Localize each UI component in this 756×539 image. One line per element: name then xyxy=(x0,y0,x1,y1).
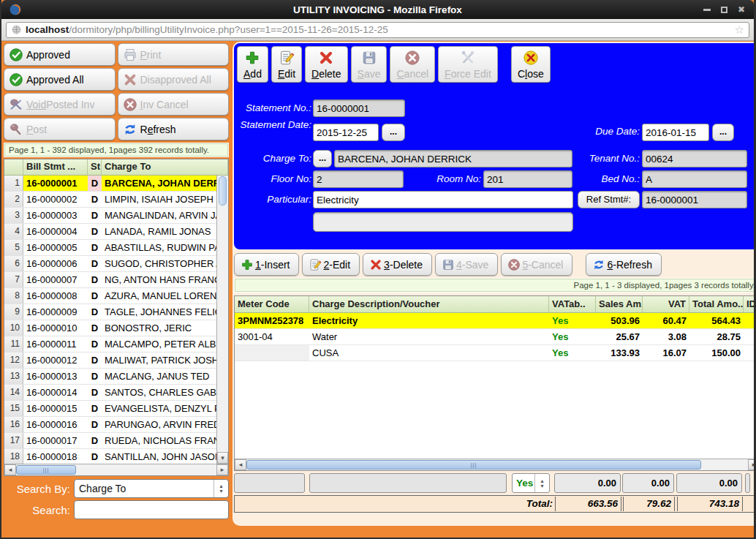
search-input[interactable] xyxy=(74,500,229,519)
invoice-form-panel: AddEditDeleteSaveCancelForce EditClose S… xyxy=(234,43,756,249)
hscroll-left-arrow[interactable]: ◂ xyxy=(4,464,16,475)
charge-row[interactable]: 3PMNM252378ElectricityYes503.9660.47564.… xyxy=(235,313,756,329)
statement-date-label: Statement Date: xyxy=(240,119,311,130)
col-vatable[interactable]: VATab.. xyxy=(549,296,596,312)
bookmark-star-icon[interactable]: ☆ xyxy=(735,23,744,37)
invoice-row[interactable]: 1416-0000014DSANTOS, CHARLES GABR xyxy=(4,385,228,401)
charge-row[interactable]: 3001-04WaterYes25.673.0828.75 xyxy=(235,329,756,345)
invoice-row[interactable]: 1316-0000013DMACLANG, JANUS TED xyxy=(4,369,228,385)
vatable-cell: Yes xyxy=(549,329,596,344)
2-edit-button[interactable]: 2-Edit xyxy=(302,253,360,276)
editor-meter-code-input[interactable] xyxy=(234,473,305,493)
6-refresh-button[interactable]: 6-Refresh xyxy=(586,253,661,276)
editor-vatable-select[interactable]: Yes ▴▾ xyxy=(512,473,550,493)
description-cell: CUSA xyxy=(309,345,549,361)
hscroll-right-arrow[interactable]: ▸ xyxy=(216,464,228,475)
4-save-button: 4-Save xyxy=(435,253,498,276)
col-status[interactable]: St xyxy=(88,159,102,175)
5-cancel-button: 5-Cancel xyxy=(501,253,572,276)
url-bar[interactable]: localhost/dormitory/php/billingUtilityIn… xyxy=(6,22,749,38)
editor-description-input[interactable] xyxy=(309,473,507,493)
row-number: 2 xyxy=(4,192,23,207)
invoice-row[interactable]: 1016-0000010DBONOSTRO, JERIC xyxy=(4,320,228,336)
invoice-row[interactable]: 816-0000008DAZURA, MANUEL LORENZ xyxy=(4,288,228,304)
row-number: 4 xyxy=(4,224,23,239)
charge-to-cell: NG, ANTON HANS FRANC xyxy=(102,272,228,287)
ref-stmt-button[interactable]: Ref Stmt#: xyxy=(578,191,640,208)
1-insert-button[interactable]: 1-Insert xyxy=(234,253,299,276)
col-charge-description[interactable]: Charge Description/Voucher xyxy=(309,296,549,312)
bill-stmt-cell: 16-0000005 xyxy=(23,240,88,255)
charge-to-cell: BONOSTRO, JERIC xyxy=(102,320,228,336)
vatable-cell: Yes xyxy=(549,313,596,328)
add-button[interactable]: Add xyxy=(237,46,268,83)
search-by-select[interactable]: Charge To ▴▾ xyxy=(74,479,229,498)
invoice-row[interactable]: 1716-0000017DRUEDA, NICHOLAS FRAN xyxy=(4,433,228,449)
col-vat[interactable]: VAT xyxy=(643,296,689,312)
row-number: 10 xyxy=(4,320,23,336)
invoice-grid-hscrollbar[interactable]: ◂ ||| ▸ xyxy=(4,464,228,475)
hscroll-right-arrow[interactable]: ▸ xyxy=(748,459,756,470)
refresh-button[interactable]: Refresh xyxy=(118,118,230,140)
bill-stmt-cell: 16-0000008 xyxy=(23,288,88,304)
editor-vat-input[interactable] xyxy=(622,473,674,493)
invoice-row[interactable]: 316-0000003DMANGALINDAN, ARVIN JA xyxy=(4,208,228,224)
col-meter-code[interactable]: Meter Code xyxy=(235,296,309,312)
row-number: 3 xyxy=(4,208,23,223)
col-charge-to[interactable]: Charge To xyxy=(102,159,228,175)
col-bill-stmt[interactable]: Bill Stmt ... xyxy=(23,159,88,175)
col-id[interactable]: ID xyxy=(744,296,756,312)
edit-button[interactable]: Edit xyxy=(271,46,302,83)
maximize-button[interactable] xyxy=(721,7,727,13)
invoice-row[interactable]: 716-0000007DNG, ANTON HANS FRANC xyxy=(4,272,228,288)
charge-editor-row: Yes ▴▾ xyxy=(234,473,756,494)
meter-code-cell: 3PMNM252378 xyxy=(235,313,309,328)
editor-total-input[interactable] xyxy=(676,473,742,493)
hscroll-thumb[interactable]: ||| xyxy=(16,465,76,475)
invoice-row[interactable]: 1216-0000012DMALIWAT, PATRICK JOSHU xyxy=(4,353,228,369)
3-delete-button[interactable]: 3-Delete xyxy=(363,253,432,276)
particular-field[interactable] xyxy=(313,191,573,208)
vscroll-thumb[interactable] xyxy=(219,176,227,206)
close-window-button[interactable]: ✖ xyxy=(738,5,745,14)
editor-sales-amount-input[interactable] xyxy=(554,473,621,493)
charge-to-lookup-button[interactable]: ... xyxy=(313,150,332,167)
url-path: /dormitory/php/billingUtilityInvoice.php… xyxy=(69,24,388,35)
col-sales-amount[interactable]: Sales Am... xyxy=(596,296,643,312)
approved-button[interactable]: Approved xyxy=(4,43,116,66)
invoice-row[interactable]: 1116-0000011DMALCAMPO, PETER ALBE xyxy=(4,336,228,353)
due-date-field[interactable] xyxy=(642,124,709,141)
approved-all-button[interactable]: Approved All xyxy=(4,68,116,91)
charge-to-cell: MALIWAT, PATRICK JOSHU xyxy=(102,353,228,368)
hscroll-thumb[interactable]: ||| xyxy=(246,460,701,470)
due-date-picker-button[interactable]: ... xyxy=(712,124,734,141)
charge-row[interactable]: CUSAYes133.9316.07150.00 xyxy=(235,345,756,361)
invoice-row[interactable]: 916-0000009DTAGLE, JOHANNES FELICI xyxy=(4,304,228,320)
row-number: 7 xyxy=(4,272,23,287)
invoice-row[interactable]: 516-0000005DABASTILLAS, RUDWIN PAU xyxy=(4,240,228,256)
minimize-button[interactable] xyxy=(703,9,711,11)
charge-to-cell: ABASTILLAS, RUDWIN PAU xyxy=(102,240,228,255)
firefox-window: UTILITY INVOICING - Mozilla Firefox ✖ lo… xyxy=(0,0,756,539)
bill-stmt-cell: 16-0000007 xyxy=(23,272,88,287)
invoice-grid-vscrollbar[interactable]: ▾ xyxy=(216,176,228,464)
invoice-row[interactable]: 616-0000006DSUGOD, CHRISTOPHER A xyxy=(4,256,228,272)
statement-date-field[interactable] xyxy=(313,124,379,141)
invoice-row[interactable]: 1516-0000015DEVANGELISTA, DENZYL PA xyxy=(4,401,228,417)
invoice-row[interactable]: 116-0000001DBARCENA, JOHAN DERRI xyxy=(4,176,228,192)
invoice-row[interactable]: 1616-0000016DPARUNGAO, ARVIN FREDI xyxy=(4,417,228,433)
hscroll-left-arrow[interactable]: ◂ xyxy=(235,459,246,470)
particular2-field[interactable] xyxy=(313,212,573,232)
invoice-row[interactable]: 416-0000004DLANADA, RAMIL JONAS xyxy=(4,224,228,240)
window-title: UTILITY INVOICING - Mozilla Firefox xyxy=(1,4,754,15)
invoice-row[interactable]: 1816-0000018DSANTILLAN, JOHN JASON xyxy=(4,449,228,465)
close-button[interactable]: Close xyxy=(511,46,551,83)
charges-grid-hscrollbar[interactable]: ◂ ||| ▸ xyxy=(235,459,756,470)
vscroll-down-arrow[interactable]: ▾ xyxy=(217,452,228,464)
delete-button[interactable]: Delete xyxy=(305,46,347,83)
charge-to-cell: SUGOD, CHRISTOPHER A xyxy=(102,256,228,271)
col-total-amount[interactable]: Total Amo... xyxy=(689,296,744,312)
invoice-row[interactable]: 216-0000002DLIMPIN, ISAIAH JOSEPH xyxy=(4,192,228,208)
statement-date-picker-button[interactable]: ... xyxy=(382,124,405,141)
row-number: 12 xyxy=(4,353,23,368)
